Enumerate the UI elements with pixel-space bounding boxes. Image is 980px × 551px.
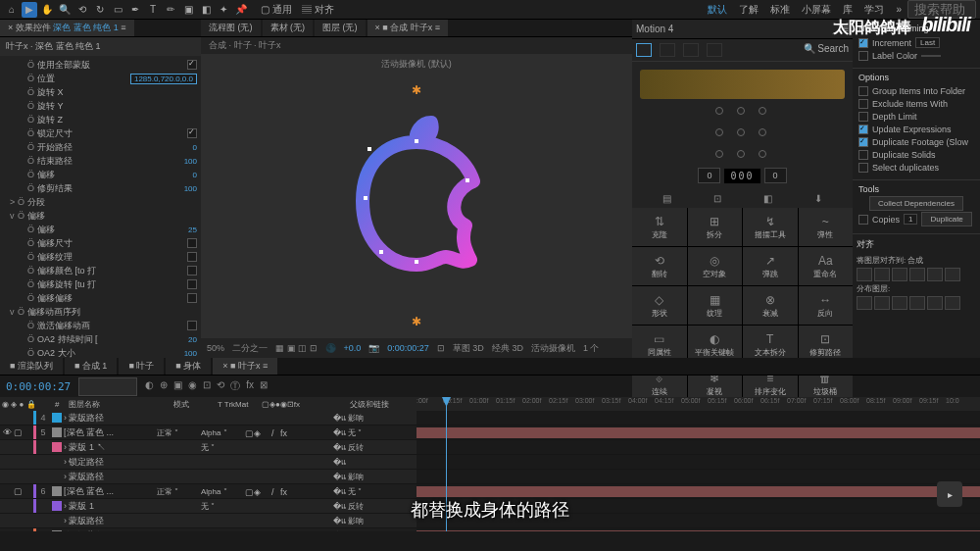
property-row[interactable]: ÖOA2 持续时间 [20 <box>4 332 197 346</box>
workspace-small[interactable]: 小屏幕 <box>802 3 831 17</box>
footage-tab[interactable]: 素材 (无) <box>263 20 314 36</box>
motion-slider[interactable] <box>640 70 845 99</box>
tl-icon-1[interactable]: ◐ <box>145 379 154 393</box>
tl-icon-4[interactable]: ◉ <box>188 379 197 393</box>
tl-icon-6[interactable]: ⟲ <box>217 379 224 393</box>
track[interactable] <box>416 484 980 499</box>
views-dropdown[interactable]: 1 个 <box>583 342 600 355</box>
align-hcenter[interactable] <box>874 268 890 281</box>
motion-icon-b[interactable]: ⊡ <box>713 193 721 204</box>
property-row[interactable]: Ö偏移颜色 [to 打 <box>4 264 197 277</box>
align-top[interactable] <box>909 268 925 281</box>
layer-row[interactable]: 👁▢5[深色 蓝色 ...正常 ˅Alpha ˅▢◈/fx�แ 无 ˅ <box>0 426 416 440</box>
track[interactable] <box>416 455 980 470</box>
dist-2[interactable] <box>874 296 890 310</box>
property-row[interactable]: Ö激活偏移动画 <box>4 319 197 332</box>
option-row[interactable]: Depth Limit <box>858 112 974 122</box>
motion-tool-重命名[interactable]: Aa重命名 <box>799 247 854 285</box>
zoom-tool-icon[interactable]: 🔍 <box>57 2 73 18</box>
property-row[interactable]: vÖ偏移 <box>4 209 197 223</box>
property-row[interactable]: Ö旋转 Z <box>4 113 197 126</box>
channels-icon[interactable]: 🌑 <box>325 343 336 353</box>
apple-logo-artwork[interactable] <box>328 108 505 284</box>
layer-row[interactable]: ▢6[深色 蓝色 ...正常 ˅Alpha ˅▢◈/fx�แ 无 ˅ <box>0 484 416 499</box>
layer-row[interactable]: › 锁定路径 �แ <box>0 455 416 470</box>
motion-tool-弹性[interactable]: ~弹性 <box>799 208 854 246</box>
property-row[interactable]: Ö偏移纹理 <box>4 250 197 264</box>
align-bottom[interactable] <box>945 268 960 281</box>
copies-checkbox[interactable] <box>858 215 868 225</box>
text-tool-icon[interactable]: T <box>145 2 161 18</box>
workspace-default[interactable]: 默认 <box>708 3 727 17</box>
property-row[interactable]: Ö偏移0 <box>4 168 197 181</box>
snap-label[interactable]: ▢ 通用 <box>261 3 292 17</box>
layer-row[interactable]: › 蒙版路径 �แ 影响 <box>0 514 416 528</box>
snapshot-icon[interactable]: 📷 <box>368 343 379 353</box>
motion-search[interactable]: 🔍 Search <box>804 43 849 57</box>
timeline-tab[interactable]: × ■ 叶子x ≡ <box>213 358 277 375</box>
camera-dropdown[interactable]: 活动摄像机 <box>531 342 575 355</box>
clone-tool-icon[interactable]: ▣ <box>180 2 196 18</box>
track[interactable] <box>416 411 980 426</box>
motion-mode-4[interactable] <box>707 43 722 57</box>
motion-tool-翻转[interactable]: ⟲翻转 <box>632 247 687 285</box>
roto-tool-icon[interactable]: ✦ <box>216 2 231 18</box>
flowchart-tab[interactable]: 流程图 (无) <box>201 20 261 36</box>
motion-mode-2[interactable] <box>660 43 675 57</box>
workspace-standard[interactable]: 标准 <box>770 3 790 17</box>
track[interactable] <box>416 426 980 440</box>
puppet-tool-icon[interactable]: 📌 <box>233 2 249 18</box>
motion-tool-反向[interactable]: ↔反向 <box>799 286 854 325</box>
layer-row[interactable]: › 蒙版 1 无 ˅�แ 反转 <box>0 499 416 514</box>
property-row[interactable]: Ö结束路径100 <box>4 154 197 168</box>
pen-tool-icon[interactable]: ✒ <box>127 2 143 18</box>
property-row[interactable]: Ö偏移偏移 <box>4 291 197 305</box>
motion-tool-弹跳[interactable]: ↗弹跳 <box>743 247 798 285</box>
resolution-dropdown[interactable]: 二分之一 <box>232 342 268 355</box>
labelcolor-checkbox[interactable] <box>858 51 868 61</box>
track[interactable] <box>416 440 980 455</box>
dist-5[interactable] <box>927 296 943 310</box>
property-row[interactable]: vÖ偏移动画序列 <box>4 305 197 319</box>
layer-row[interactable]: › 蒙版 1 ↖ 无 ˅�แ 反转 <box>0 440 416 455</box>
grid-icon[interactable]: ▦ ▣ ◫ ⊡ <box>275 343 318 353</box>
tl-icon-7[interactable]: Ⓣ <box>230 379 240 393</box>
timeline-search-input[interactable] <box>78 377 137 396</box>
current-timecode[interactable]: 0:00:00:27 <box>6 380 71 393</box>
option-row[interactable]: Duplicate Solids <box>858 150 974 160</box>
increment-checkbox[interactable] <box>858 38 868 48</box>
timeline-tab[interactable]: ■ 渲染队列 <box>0 358 63 375</box>
preview-time[interactable]: 0:00:00:27 <box>387 343 429 353</box>
selection-tool-icon[interactable]: ▶ <box>22 2 37 18</box>
comp-tab[interactable]: × ■ 合成 叶子x ≡ <box>368 20 448 36</box>
tl-icon-2[interactable]: ⊕ <box>160 379 168 393</box>
collect-deps-button[interactable]: Collect Dependencies <box>869 196 963 211</box>
tl-icon-8[interactable]: fx <box>246 379 254 393</box>
motion-tool-衰减[interactable]: ⊗衰减 <box>743 286 798 325</box>
motion-icon-c[interactable]: ◧ <box>763 193 772 204</box>
property-row[interactable]: Ö位置1285.0,720.0,0.0 <box>4 72 197 85</box>
eraser-tool-icon[interactable]: ◧ <box>198 2 214 18</box>
motion-tool-纹理[interactable]: ▦纹理 <box>688 286 743 325</box>
effect-controls-tab[interactable]: × 效果控件 深色 蓝色 纯色 1 ≡ <box>0 20 134 36</box>
layer-tab[interactable]: 图层 (无) <box>315 20 366 36</box>
workspace-study[interactable]: 学习 <box>864 3 884 17</box>
align-label[interactable]: ▤ 对齐 <box>302 3 334 17</box>
motion-tool-空对象[interactable]: ◎空对象 <box>688 247 743 285</box>
home-icon[interactable]: ⌂ <box>4 2 20 18</box>
comp-breadcrumb[interactable]: 合成 · 叶子 · 叶子x <box>201 37 632 54</box>
property-row[interactable]: Ö旋转 Y <box>4 99 197 113</box>
counter-right[interactable]: 0 <box>764 168 787 183</box>
motion-tool-形状[interactable]: ◇形状 <box>632 286 687 325</box>
property-row[interactable]: Ö锁定尺寸 <box>4 126 197 140</box>
property-row[interactable]: Ö偏移25 <box>4 223 197 236</box>
dist-3[interactable] <box>892 296 907 310</box>
dist-6[interactable] <box>945 296 960 310</box>
motion-tool-克隆[interactable]: ⇅克隆 <box>632 208 687 246</box>
option-row[interactable]: Exclude Items With <box>858 99 974 109</box>
camera-tool-icon[interactable]: ▭ <box>110 2 125 18</box>
property-row[interactable]: Ö偏移旋转 [tu 打 <box>4 277 197 291</box>
counter-left[interactable]: 0 <box>698 168 720 183</box>
property-row[interactable]: >Ö分段 <box>4 195 197 209</box>
align-left[interactable] <box>857 268 872 281</box>
